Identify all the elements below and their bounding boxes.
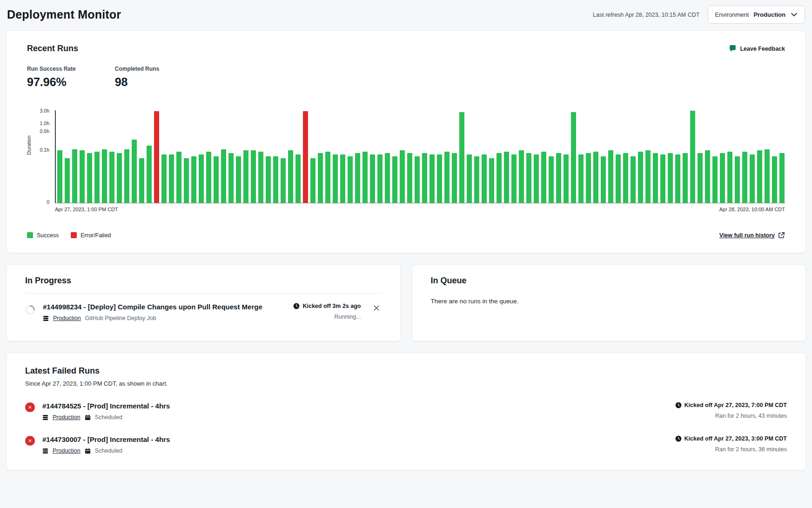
run-bar-success[interactable]: [683, 153, 688, 203]
run-bar-success[interactable]: [519, 150, 524, 203]
run-bar-success[interactable]: [429, 154, 435, 203]
run-bar-success[interactable]: [333, 154, 338, 203]
run-bar-success[interactable]: [191, 156, 196, 203]
run-bar-success[interactable]: [251, 150, 256, 203]
run-bar-success[interactable]: [325, 152, 330, 203]
run-bar-success[interactable]: [415, 156, 420, 203]
run-bar-success[interactable]: [117, 153, 122, 203]
run-bar-success[interactable]: [65, 158, 70, 203]
run-bar-success[interactable]: [281, 158, 286, 203]
run-bar-success[interactable]: [139, 158, 144, 203]
run-bar-success[interactable]: [616, 154, 621, 203]
environment-select[interactable]: Environment Production: [708, 6, 805, 24]
run-bar-success[interactable]: [199, 154, 204, 203]
run-bar-success[interactable]: [638, 152, 643, 203]
run-bar-success[interactable]: [102, 149, 107, 203]
run-bar-success[interactable]: [653, 153, 658, 203]
run-bar-success[interactable]: [72, 149, 77, 203]
run-bar-success[interactable]: [273, 156, 278, 203]
run-bar-success[interactable]: [675, 154, 680, 203]
run-bar-success[interactable]: [318, 153, 323, 203]
run-bar-success[interactable]: [236, 156, 241, 203]
run-bar-success[interactable]: [109, 152, 114, 203]
run-bar-success[interactable]: [668, 153, 673, 203]
run-bar-success[interactable]: [705, 150, 710, 203]
run-bar-success[interactable]: [564, 154, 569, 203]
run-bar-success[interactable]: [94, 152, 100, 203]
run-bar-success[interactable]: [206, 152, 211, 203]
run-bar-success[interactable]: [645, 150, 651, 203]
run-bar-success[interactable]: [444, 152, 450, 203]
run-bar-success[interactable]: [712, 156, 718, 203]
run-bar-success[interactable]: [504, 152, 509, 203]
run-bar-success[interactable]: [362, 152, 368, 203]
run-bar-success[interactable]: [288, 150, 293, 203]
run-bar-success[interactable]: [80, 150, 85, 203]
run-bar-success[interactable]: [400, 150, 405, 203]
environment-link[interactable]: Production: [53, 315, 81, 321]
run-bar-success[interactable]: [355, 153, 360, 203]
run-bar-success[interactable]: [57, 150, 62, 203]
run-bar-success[interactable]: [541, 152, 546, 203]
run-bar-success[interactable]: [258, 152, 263, 203]
run-bar-success[interactable]: [534, 154, 539, 203]
run-bar-success[interactable]: [243, 150, 248, 203]
run-bar-success[interactable]: [295, 154, 301, 203]
run-bar-success[interactable]: [132, 140, 137, 203]
run-bar-success[interactable]: [757, 150, 762, 203]
run-bar-success[interactable]: [87, 153, 92, 203]
run-bar-success[interactable]: [571, 112, 576, 203]
run-bar-success[interactable]: [124, 149, 129, 203]
run-bar-success[interactable]: [593, 152, 598, 203]
run-bar-success[interactable]: [340, 154, 345, 203]
run-bar-success[interactable]: [608, 150, 613, 203]
run-bar-success[interactable]: [422, 153, 427, 203]
run-bar-success[interactable]: [549, 156, 554, 203]
run-bar-success[interactable]: [735, 156, 740, 203]
run-bar-success[interactable]: [772, 156, 777, 203]
run-bar-success[interactable]: [437, 154, 442, 203]
run-bar-success[interactable]: [660, 154, 665, 203]
run-bar-success[interactable]: [690, 111, 695, 203]
run-bar-success[interactable]: [147, 146, 152, 203]
run-bar-success[interactable]: [482, 154, 487, 203]
run-bar-success[interactable]: [601, 156, 606, 203]
run-bar-success[interactable]: [184, 158, 189, 203]
run-bar-success[interactable]: [631, 156, 636, 203]
run-bar-success[interactable]: [526, 153, 531, 203]
leave-feedback-link[interactable]: Leave Feedback: [729, 45, 785, 53]
run-bar-success[interactable]: [377, 154, 383, 203]
run-bar-success[interactable]: [214, 156, 219, 203]
environment-link[interactable]: Production: [53, 414, 81, 421]
run-bar-success[interactable]: [228, 153, 234, 203]
run-bar-success[interactable]: [779, 153, 785, 203]
run-bar-success[interactable]: [698, 153, 703, 203]
run-bar-success[interactable]: [720, 153, 725, 203]
run-bar-error[interactable]: [303, 111, 308, 203]
run-bar-success[interactable]: [497, 153, 502, 203]
run-bar-success[interactable]: [459, 112, 464, 203]
run-bar-success[interactable]: [586, 153, 591, 203]
run-bar-success[interactable]: [392, 156, 397, 203]
run-bar-success[interactable]: [221, 149, 226, 203]
run-bar-success[interactable]: [623, 153, 628, 203]
run-bar-success[interactable]: [489, 158, 494, 203]
run-bar-success[interactable]: [750, 154, 755, 203]
run-bar-success[interactable]: [467, 154, 472, 203]
run-bar-success[interactable]: [370, 154, 375, 203]
run-bar-success[interactable]: [556, 153, 561, 203]
run-bar-success[interactable]: [727, 152, 732, 203]
run-bar-success[interactable]: [161, 154, 167, 203]
view-run-history-link[interactable]: View full run history: [719, 232, 785, 239]
run-bar-success[interactable]: [310, 158, 315, 203]
run-bar-success[interactable]: [385, 153, 390, 203]
run-bar-success[interactable]: [474, 156, 479, 203]
environment-link[interactable]: Production: [53, 448, 81, 454]
run-bar-success[interactable]: [742, 152, 747, 203]
run-bar-success[interactable]: [176, 152, 181, 203]
run-bar-success[interactable]: [578, 154, 584, 203]
run-bar-success[interactable]: [511, 154, 517, 203]
run-bar-success[interactable]: [348, 156, 353, 203]
run-bar-success[interactable]: [407, 153, 412, 203]
run-bar-success[interactable]: [452, 153, 457, 203]
